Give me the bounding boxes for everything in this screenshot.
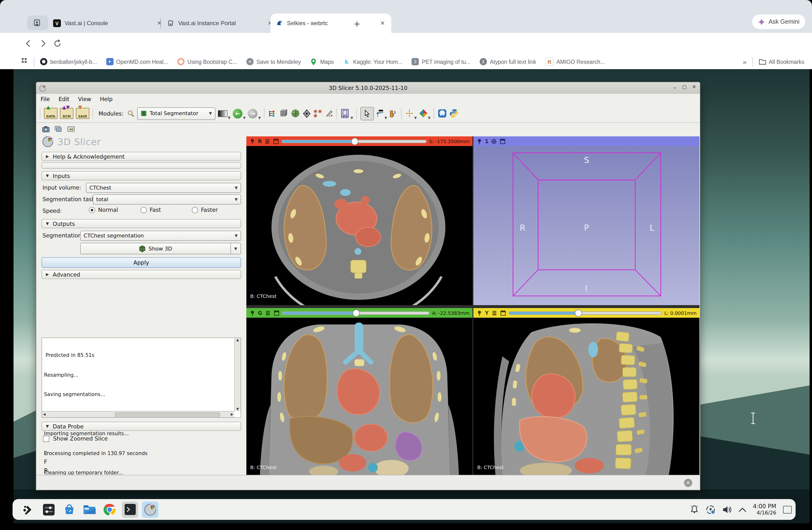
pin-icon[interactable] bbox=[476, 310, 482, 316]
show-desktop-button[interactable] bbox=[783, 505, 792, 513]
back-icon[interactable] bbox=[21, 36, 36, 51]
settings-icon[interactable] bbox=[41, 501, 57, 518]
show-zoomed-slice-checkbox[interactable]: Show Zoomed Slice bbox=[43, 435, 108, 442]
window-maximize-icon[interactable]: ▢ bbox=[682, 84, 687, 89]
window-shade-icon[interactable]: ⌄ bbox=[673, 84, 677, 89]
file-manager-icon[interactable] bbox=[81, 501, 98, 518]
inputs-section[interactable]: ▼ Inputs bbox=[42, 171, 241, 180]
show-3d-dropdown[interactable]: ▼ bbox=[230, 243, 241, 254]
measurements-icon[interactable] bbox=[390, 107, 398, 120]
slicer-titlebar[interactable]: 3D Slicer 5.10.0-2025-11-10 ⌄ ▢ ✕ bbox=[36, 82, 700, 94]
scroll-down-icon[interactable]: ▼ bbox=[236, 407, 239, 411]
screen-capture-icon[interactable]: ▼ bbox=[419, 107, 431, 120]
scene-restore-icon[interactable] bbox=[67, 123, 75, 135]
menu-view[interactable]: View bbox=[74, 96, 96, 102]
segmentation-task-combobox[interactable]: total ▼ bbox=[93, 194, 241, 205]
vertical-scrollbar[interactable]: ▲ ▼ bbox=[234, 338, 241, 411]
yellow-slice-slider[interactable] bbox=[508, 311, 662, 315]
tab-selkies-active[interactable]: Selkies - webrtc ✕ bbox=[271, 14, 391, 33]
terminal-icon[interactable] bbox=[122, 501, 138, 518]
subject-hierarchy-icon[interactable] bbox=[268, 107, 277, 120]
speed-radio-normal[interactable]: Normal bbox=[89, 207, 118, 213]
scroll-left-icon[interactable]: ◀ bbox=[43, 413, 46, 416]
scroll-right-icon[interactable]: ▶ bbox=[231, 413, 233, 416]
green-slice-slider[interactable] bbox=[282, 311, 430, 315]
bookmark-item[interactable]: PET imaging of tu... bbox=[412, 58, 471, 65]
update-available-icon[interactable] bbox=[706, 505, 715, 514]
bookmark-item[interactable]: Using Bootstrap C... bbox=[177, 58, 237, 65]
slice-visibility-icon[interactable] bbox=[491, 310, 497, 316]
menu-file[interactable]: File bbox=[36, 96, 54, 102]
bookmark-item[interactable]: + OpenMD.com Heal... bbox=[106, 58, 168, 65]
apply-button[interactable]: Apply bbox=[42, 257, 241, 268]
dismiss-notification-icon[interactable]: ✕ bbox=[684, 479, 692, 487]
speed-radio-fast[interactable]: Fast bbox=[141, 207, 161, 213]
segmentations-module-icon[interactable] bbox=[302, 107, 311, 120]
notifications-icon[interactable] bbox=[690, 505, 699, 514]
advanced-section[interactable]: ▶ Advanced bbox=[42, 270, 241, 279]
bookmark-item[interactable]: Save to Mendeley bbox=[246, 58, 301, 65]
clock[interactable]: 4:00 PM 4/16/26 bbox=[753, 503, 776, 516]
bookmark-item[interactable]: benbalter/jekyll-b... bbox=[40, 58, 97, 65]
center-view-icon[interactable] bbox=[491, 138, 497, 144]
horizontal-scrollbar[interactable]: ◀ ▶ bbox=[42, 411, 234, 417]
green-slice-viewport[interactable]: G A: -22.5383mm bbox=[246, 308, 473, 476]
reload-icon[interactable] bbox=[50, 36, 65, 51]
data-probe-section[interactable]: ▼ Data Probe bbox=[42, 422, 241, 431]
save-data-button[interactable]: ▼SAVE bbox=[76, 107, 89, 120]
new-tab-button[interactable]: + bbox=[351, 17, 363, 30]
load-data-button[interactable]: ▲DATA bbox=[44, 107, 57, 120]
module-selector-combobox[interactable]: Total Segmentator ▼ bbox=[137, 107, 215, 120]
tab-close-icon[interactable]: ✕ bbox=[379, 20, 387, 27]
red-slice-viewport[interactable]: R S: -175.2500mm bbox=[246, 136, 473, 305]
mouse-interaction-icon[interactable] bbox=[360, 107, 374, 120]
bookmark-item[interactable]: k Kaggle: Your Hom... bbox=[343, 58, 403, 65]
markups-module-icon[interactable]: ✱✱✱ bbox=[314, 107, 323, 120]
bookmarks-overflow-chevron[interactable]: » bbox=[743, 58, 746, 66]
scene-views-icon[interactable] bbox=[55, 123, 62, 135]
viewport-menu-icon[interactable] bbox=[500, 138, 506, 144]
pin-icon[interactable] bbox=[476, 138, 482, 144]
menu-edit[interactable]: Edit bbox=[54, 96, 74, 102]
capture-screenshot-icon[interactable] bbox=[42, 123, 50, 135]
ask-gemini-button[interactable]: Ask Gemini bbox=[752, 14, 805, 29]
chrome-icon[interactable] bbox=[101, 501, 118, 518]
help-acknowledgement-section[interactable]: ▶ Help & Acknowledgement bbox=[42, 152, 241, 161]
speed-radio-faster[interactable]: Faster bbox=[192, 207, 218, 213]
all-bookmarks-button[interactable]: All Bookmarks bbox=[759, 58, 804, 65]
volume-icon[interactable] bbox=[722, 505, 731, 514]
pin-icon[interactable] bbox=[249, 310, 256, 316]
apps-grid-icon[interactable] bbox=[20, 57, 30, 67]
tab-group-icon[interactable] bbox=[27, 15, 48, 30]
bookmark-item[interactable]: Atypon full text link bbox=[480, 58, 536, 65]
red-slice-slider[interactable] bbox=[281, 140, 426, 143]
extensions-manager-icon[interactable] bbox=[438, 107, 447, 120]
viewport-menu-icon[interactable] bbox=[500, 310, 506, 316]
volumes-module-icon[interactable] bbox=[279, 107, 288, 120]
module-back-icon[interactable]: ←▼ bbox=[233, 107, 246, 120]
show-3d-button[interactable]: Show 3D ▼ bbox=[80, 243, 241, 254]
slicer-taskbar-icon[interactable] bbox=[142, 501, 158, 518]
module-search-icon[interactable] bbox=[127, 107, 134, 120]
slider-handle[interactable] bbox=[575, 309, 582, 317]
status-log[interactable]: Predicted in 85.51s Resampling... Saving… bbox=[42, 337, 241, 418]
python-console-icon[interactable] bbox=[449, 107, 459, 120]
outputs-section[interactable]: ▼ Outputs bbox=[42, 219, 241, 228]
forward-icon[interactable] bbox=[36, 36, 50, 51]
segmentation-combobox[interactable]: CTChest segmentation ▼ bbox=[80, 231, 241, 241]
load-dicom-button[interactable]: ▲▼DCM bbox=[60, 107, 73, 120]
window-close-icon[interactable]: ✕ bbox=[692, 84, 696, 89]
slice-visibility-icon[interactable] bbox=[264, 310, 271, 316]
pin-icon[interactable] bbox=[249, 138, 256, 144]
input-volume-combobox[interactable]: CTChest ▼ bbox=[86, 183, 241, 193]
yellow-slice-viewport[interactable]: Y L: 0.0001mm bbox=[474, 308, 699, 476]
app-store-icon[interactable] bbox=[61, 501, 77, 518]
volume-rendering-icon[interactable] bbox=[291, 107, 300, 120]
module-history-icon[interactable]: ▼ bbox=[218, 107, 230, 120]
bookmark-item[interactable]: Maps bbox=[310, 58, 334, 65]
scrollbar-thumb[interactable] bbox=[115, 413, 220, 418]
layout-selector-icon[interactable]: ▼ bbox=[340, 107, 353, 120]
module-forward-icon[interactable]: →▼ bbox=[248, 107, 261, 120]
threed-viewport[interactable]: 1 S bbox=[474, 136, 699, 305]
slider-handle[interactable] bbox=[351, 138, 359, 145]
